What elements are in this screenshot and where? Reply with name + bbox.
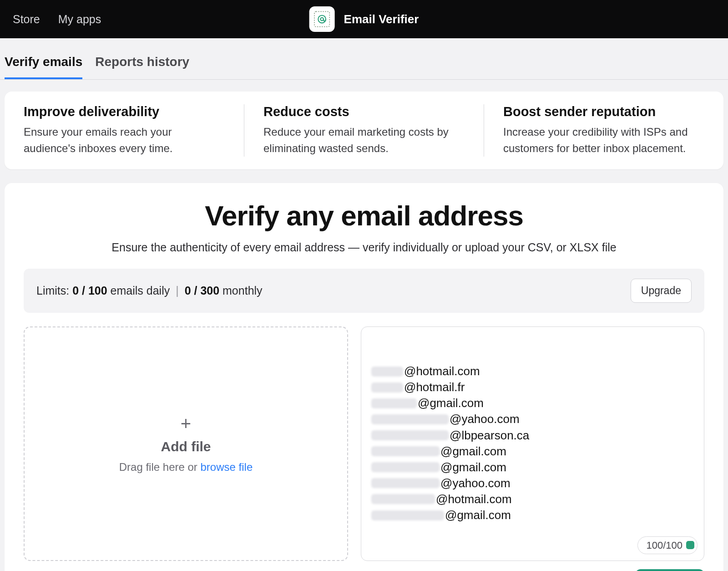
upgrade-button[interactable]: Upgrade bbox=[631, 279, 692, 303]
app-icon bbox=[309, 6, 335, 32]
tabs: Verify emails Reports history bbox=[0, 38, 728, 80]
benefit-title: Improve deliverability bbox=[24, 104, 225, 119]
email-line: @gmail.com bbox=[371, 507, 694, 523]
page-subtitle: Ensure the authenticity of every email a… bbox=[24, 241, 704, 254]
email-domain: @gmail.com bbox=[440, 459, 506, 475]
email-line: @gmail.com bbox=[371, 459, 694, 475]
svg-point-1 bbox=[318, 15, 326, 23]
email-line: @lbpearson.ca bbox=[371, 428, 694, 444]
email-domain: @yahoo.com bbox=[450, 411, 520, 427]
benefit-title: Reduce costs bbox=[263, 104, 465, 119]
redacted-local-part bbox=[371, 462, 440, 472]
redacted-local-part bbox=[371, 430, 449, 440]
redacted-local-part bbox=[371, 494, 435, 504]
topbar: Store My apps Email Verifier bbox=[0, 0, 728, 38]
redacted-local-part bbox=[371, 367, 403, 377]
nav-store[interactable]: Store bbox=[13, 13, 40, 26]
tab-reports-history[interactable]: Reports history bbox=[95, 55, 189, 79]
nav-my-apps[interactable]: My apps bbox=[58, 13, 101, 26]
email-counter-pill: 100/100 bbox=[637, 536, 698, 555]
redacted-local-part bbox=[371, 446, 440, 456]
drag-hint: Drag file here or browse file bbox=[119, 461, 253, 474]
email-line: @hotmail.fr bbox=[371, 379, 694, 395]
email-line: @yahoo.com bbox=[371, 475, 694, 491]
benefits-card: Improve deliverability Ensure your email… bbox=[5, 92, 723, 169]
benefit-desc: Reduce your email marketing costs by eli… bbox=[263, 124, 465, 157]
benefit-desc: Ensure your emails reach your audience's… bbox=[24, 124, 225, 157]
email-line: @yahoo.com bbox=[371, 411, 694, 427]
benefit-desc: Increase your credibility with ISPs and … bbox=[503, 124, 704, 157]
benefit-sender-reputation: Boost sender reputation Increase your cr… bbox=[484, 104, 723, 157]
email-domain: @yahoo.com bbox=[440, 475, 511, 491]
app-title: Email Verifier bbox=[344, 12, 419, 26]
email-domain: @lbpearson.ca bbox=[450, 428, 529, 444]
tab-verify-emails[interactable]: Verify emails bbox=[5, 55, 82, 79]
add-file-label: Add file bbox=[161, 439, 211, 454]
verify-button[interactable]: Verify bbox=[635, 569, 704, 571]
plus-icon: + bbox=[181, 414, 191, 433]
svg-rect-0 bbox=[314, 11, 329, 26]
limits-bar: Limits: 0 / 100 emails daily | 0 / 300 m… bbox=[24, 269, 704, 313]
page-title: Verify any email address bbox=[24, 199, 704, 232]
benefit-title: Boost sender reputation bbox=[503, 104, 704, 119]
resize-handle-icon[interactable] bbox=[686, 541, 694, 549]
email-domain: @hotmail.fr bbox=[404, 379, 465, 395]
email-line: @hotmail.com bbox=[371, 491, 694, 507]
email-domain: @gmail.com bbox=[440, 444, 506, 459]
email-domain: @gmail.com bbox=[445, 507, 511, 523]
redacted-local-part bbox=[371, 398, 417, 408]
redacted-local-part bbox=[371, 510, 444, 520]
email-counter: 100/100 bbox=[646, 539, 682, 552]
redacted-local-part bbox=[371, 478, 440, 488]
emails-textarea[interactable]: @hotmail.com@hotmail.fr@gmail.com@yahoo.… bbox=[361, 326, 704, 561]
email-domain: @hotmail.com bbox=[404, 363, 480, 379]
main-card: Verify any email address Ensure the auth… bbox=[5, 183, 723, 571]
email-domain: @gmail.com bbox=[418, 395, 484, 411]
browse-file-link[interactable]: browse file bbox=[201, 461, 253, 473]
email-line: @gmail.com bbox=[371, 444, 694, 459]
benefit-reduce-costs: Reduce costs Reduce your email marketing… bbox=[244, 104, 484, 157]
redacted-local-part bbox=[371, 382, 403, 393]
redacted-local-part bbox=[371, 414, 449, 424]
stamp-at-icon bbox=[313, 10, 331, 28]
email-line: @gmail.com bbox=[371, 395, 694, 411]
email-line: @hotmail.com bbox=[371, 363, 694, 379]
benefit-deliverability: Improve deliverability Ensure your email… bbox=[5, 104, 244, 157]
email-domain: @hotmail.com bbox=[436, 491, 512, 507]
limits-text: Limits: 0 / 100 emails daily | 0 / 300 m… bbox=[36, 284, 263, 297]
file-dropzone[interactable]: + Add file Drag file here or browse file bbox=[24, 326, 348, 561]
